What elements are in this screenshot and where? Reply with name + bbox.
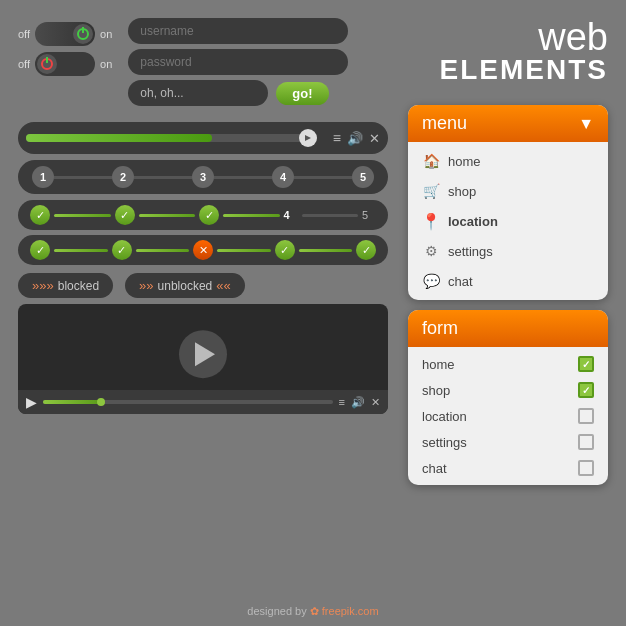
menu-item-chat-label: chat xyxy=(448,274,473,289)
prog-num-5a: 5 xyxy=(362,209,376,221)
form-checkbox-home[interactable] xyxy=(578,356,594,372)
play-triangle-icon xyxy=(195,342,215,366)
go-button[interactable]: go! xyxy=(276,82,328,105)
menu-item-home[interactable]: 🏠 home xyxy=(408,146,608,176)
toggle-off-label: off xyxy=(18,28,30,40)
password-input[interactable] xyxy=(128,49,348,75)
form-checkbox-settings[interactable] xyxy=(578,434,594,450)
unblocked-arrows-icon2: «« xyxy=(216,278,230,293)
prog-line-2b xyxy=(136,249,190,252)
toggle-thumb-on xyxy=(73,24,93,44)
dropdown-arrow-icon[interactable]: ▼ xyxy=(578,115,594,133)
menu-item-settings-label: settings xyxy=(448,244,493,259)
progress-row-1: ✓ ✓ ✓ 4 5 xyxy=(18,200,388,230)
step-5[interactable]: 5 xyxy=(352,166,374,188)
media-progress-fill xyxy=(26,134,212,142)
menu-card: menu ▼ 🏠 home 🛒 shop 📍 location ⚙ settin… xyxy=(408,105,608,300)
toggle-off[interactable] xyxy=(35,52,95,76)
step-4[interactable]: 4 xyxy=(272,166,294,188)
media-progress-bar[interactable] xyxy=(26,134,313,142)
form-checkbox-location[interactable] xyxy=(578,408,594,424)
unblocked-button[interactable]: »» unblocked «« xyxy=(125,273,245,298)
unblocked-label: unblocked xyxy=(158,279,213,293)
progress-row-2: ✓ ✓ ✕ ✓ ✓ xyxy=(18,235,388,265)
menu-item-shop-label: shop xyxy=(448,184,476,199)
menu-title: menu xyxy=(422,113,467,134)
blocked-label: blocked xyxy=(58,279,99,293)
form-checkbox-chat[interactable] xyxy=(578,460,594,476)
toggle2-on-label: on xyxy=(100,58,112,70)
text-input[interactable] xyxy=(128,80,268,106)
left-panel: off on off on xyxy=(18,18,388,414)
footer-designed-by: designed by xyxy=(247,605,306,617)
settings-icon: ⚙ xyxy=(422,242,440,260)
toggle-on-group: off on xyxy=(18,22,112,46)
prog-line-4a xyxy=(302,214,359,217)
form-item-location-label: location xyxy=(422,409,467,424)
menu-header: menu ▼ xyxy=(408,105,608,142)
step-1[interactable]: 1 xyxy=(32,166,54,188)
menu-item-settings[interactable]: ⚙ settings xyxy=(408,236,608,266)
step-indicator: 1 2 3 4 5 xyxy=(18,160,388,194)
prog-line-3b xyxy=(217,249,271,252)
right-panel: menu ▼ 🏠 home 🛒 shop 📍 location ⚙ settin… xyxy=(408,105,608,485)
blocked-button[interactable]: »»» blocked xyxy=(18,273,113,298)
form-item-shop: shop xyxy=(408,377,608,403)
form-title: form xyxy=(422,318,458,338)
prog-line-2a xyxy=(139,214,196,217)
v-menu-icon: ≡ xyxy=(339,396,345,408)
video-player: ▶ ≡ 🔊 ✕ xyxy=(18,304,388,414)
form-item-location: location xyxy=(408,403,608,429)
prog-num-4a: 4 xyxy=(284,209,298,221)
check-4b: ✓ xyxy=(275,240,295,260)
input-action-row: go! xyxy=(128,80,348,106)
menu-item-home-label: home xyxy=(448,154,481,169)
toggles-group: off on off on xyxy=(18,22,112,76)
video-progress-fill xyxy=(43,400,101,404)
check-2b: ✓ xyxy=(112,240,132,260)
username-input[interactable] xyxy=(128,18,348,44)
check-1a: ✓ xyxy=(30,205,50,225)
media-thumb xyxy=(299,129,317,147)
form-checkbox-shop[interactable] xyxy=(578,382,594,398)
prog-line-1a xyxy=(54,214,111,217)
form-item-home: home xyxy=(408,351,608,377)
step-line-1 xyxy=(54,176,112,179)
menu-icon-media: ≡ xyxy=(333,130,341,146)
step-3[interactable]: 3 xyxy=(192,166,214,188)
form-card: form home shop location settings chat xyxy=(408,310,608,485)
menu-items-list: 🏠 home 🛒 shop 📍 location ⚙ settings 💬 ch… xyxy=(408,142,608,300)
toggle-on-label: on xyxy=(100,28,112,40)
unblocked-arrows-icon: »» xyxy=(139,278,153,293)
step-2[interactable]: 2 xyxy=(112,166,134,188)
video-play-icon[interactable]: ▶ xyxy=(26,394,37,410)
video-progress-bar[interactable] xyxy=(43,400,333,404)
svg-marker-0 xyxy=(305,135,311,141)
shop-icon: 🛒 xyxy=(422,182,440,200)
step-line-4 xyxy=(294,176,352,179)
menu-item-location[interactable]: 📍 location xyxy=(408,206,608,236)
check-3a: ✓ xyxy=(199,205,219,225)
inputs-group: go! xyxy=(128,18,348,106)
media-bar: ≡ 🔊 ✕ xyxy=(18,122,388,154)
prog-line-4b xyxy=(299,249,353,252)
home-icon: 🏠 xyxy=(422,152,440,170)
video-controls: ▶ ≡ 🔊 ✕ xyxy=(18,390,388,414)
step-line-3 xyxy=(214,176,272,179)
prog-line-3a xyxy=(223,214,280,217)
volume-icon: 🔊 xyxy=(347,131,363,146)
video-play-button[interactable] xyxy=(179,330,227,378)
menu-item-shop[interactable]: 🛒 shop xyxy=(408,176,608,206)
blocked-arrows-icon: »»» xyxy=(32,278,54,293)
form-item-shop-label: shop xyxy=(422,383,450,398)
power-icon2 xyxy=(41,58,53,70)
form-items-list: home shop location settings chat xyxy=(408,347,608,485)
form-item-chat: chat xyxy=(408,455,608,481)
menu-item-chat[interactable]: 💬 chat xyxy=(408,266,608,296)
prog-line-1b xyxy=(54,249,108,252)
title-area: web ELEMENTS xyxy=(440,18,608,84)
form-item-chat-label: chat xyxy=(422,461,447,476)
check-1b: ✓ xyxy=(30,240,50,260)
toggle-on[interactable] xyxy=(35,22,95,46)
toggle-thumb-off xyxy=(37,54,57,74)
